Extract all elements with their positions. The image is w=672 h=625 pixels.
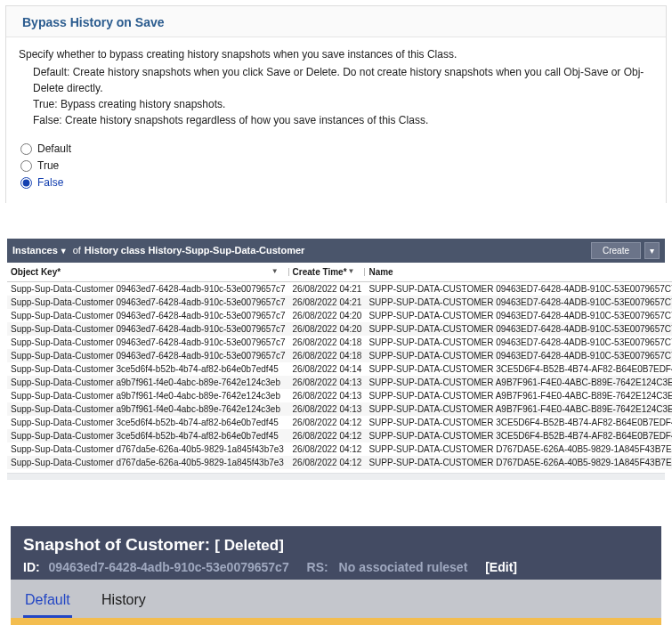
rs-label: RS: [307, 560, 328, 574]
chevron-down-icon: ▼ [58, 247, 68, 256]
instances-grid: Instances▼ of History class History-Supp… [7, 239, 665, 480]
of-text: of [73, 245, 81, 256]
tab-default[interactable]: Default [23, 587, 72, 618]
class-label: History class History-Supp-Sup-Data-Cust… [85, 245, 305, 256]
cell-objkey: Supp-Sup-Data-Customer d767da5e-626a-40b… [7, 456, 289, 469]
radio-default[interactable] [20, 143, 32, 155]
cell-ctime: 26/08/2022 04:18 [289, 349, 366, 362]
instances-table: Object Key*▼ Create Time*▼ Name Supp-Sup… [7, 263, 672, 469]
bypass-history-panel: Bypass History on Save Specify whether t… [5, 5, 667, 203]
snapshot-title: Snapshot of Customer: [23, 535, 210, 554]
cell-ctime: 26/08/2022 04:13 [289, 376, 366, 389]
cell-name: SUPP-SUP-DATA-CUSTOMER 09463ED7-6428-4AD… [365, 336, 672, 349]
snapshot-tabs: Default History [11, 580, 661, 618]
table-row[interactable]: Supp-Sup-Data-Customer d767da5e-626a-40b… [7, 456, 672, 469]
table-row[interactable]: Supp-Sup-Data-Customer 09463ed7-6428-4ad… [7, 309, 672, 322]
cell-ctime: 26/08/2022 04:21 [289, 281, 366, 296]
grid-scrollbar[interactable] [7, 473, 665, 480]
instances-grid-header: Instances▼ of History class History-Supp… [7, 239, 665, 263]
tab-history[interactable]: History [100, 587, 148, 615]
cell-objkey: Supp-Sup-Data-Customer 3ce5d6f4-b52b-4b7… [7, 416, 289, 429]
id-value: 09463ed7-6428-4adb-910c-53e0079657c7 [49, 560, 289, 574]
radio-false[interactable] [20, 177, 32, 189]
cell-ctime: 26/08/2022 04:13 [289, 389, 366, 402]
table-row[interactable]: Supp-Sup-Data-Customer 09463ed7-6428-4ad… [7, 322, 672, 336]
radio-group: Default True False [20, 141, 653, 192]
panel-title: Bypass History on Save [6, 6, 666, 37]
cell-name: SUPP-SUP-DATA-CUSTOMER 09463ED7-6428-4AD… [365, 296, 672, 309]
desc-false: False: Create history snapshots regardle… [33, 112, 653, 128]
cell-objkey: Supp-Sup-Data-Customer 09463ed7-6428-4ad… [7, 309, 289, 322]
rs-value: No associated ruleset [339, 560, 468, 574]
table-row[interactable]: Supp-Sup-Data-Customer d767da5e-626a-40b… [7, 442, 672, 456]
cell-ctime: 26/08/2022 04:20 [289, 309, 366, 322]
cell-objkey: Supp-Sup-Data-Customer 09463ed7-6428-4ad… [7, 322, 289, 336]
table-row[interactable]: Supp-Sup-Data-Customer a9b7f961-f4e0-4ab… [7, 376, 672, 389]
table-row[interactable]: Supp-Sup-Data-Customer 3ce5d6f4-b52b-4b7… [7, 416, 672, 429]
cell-ctime: 26/08/2022 04:12 [289, 416, 366, 429]
snapshot-deleted-tag: [ Deleted] [215, 537, 283, 554]
snapshot-body: This is the default RuleFormLayout secti… [11, 618, 661, 625]
cell-name: SUPP-SUP-DATA-CUSTOMER 09463ED7-6428-4AD… [365, 309, 672, 322]
cell-objkey: Supp-Sup-Data-Customer 09463ed7-6428-4ad… [7, 349, 289, 362]
cell-ctime: 26/08/2022 04:12 [289, 442, 366, 456]
id-label: ID: [23, 560, 40, 574]
table-row[interactable]: Supp-Sup-Data-Customer a9b7f961-f4e0-4ab… [7, 389, 672, 402]
cell-objkey: Supp-Sup-Data-Customer 09463ed7-6428-4ad… [7, 336, 289, 349]
cell-objkey: Supp-Sup-Data-Customer a9b7f961-f4e0-4ab… [7, 389, 289, 402]
snapshot-panel: Snapshot of Customer: [ Deleted] ID: 094… [11, 526, 661, 625]
cell-objkey: Supp-Sup-Data-Customer 3ce5d6f4-b52b-4b7… [7, 429, 289, 442]
cell-name: SUPP-SUP-DATA-CUSTOMER A9B7F961-F4E0-4AB… [365, 402, 672, 416]
table-row[interactable]: Supp-Sup-Data-Customer 09463ed7-6428-4ad… [7, 296, 672, 309]
create-dropdown[interactable]: ▾ [644, 242, 660, 259]
cell-objkey: Supp-Sup-Data-Customer a9b7f961-f4e0-4ab… [7, 402, 289, 416]
instances-dropdown[interactable]: Instances▼ [12, 245, 68, 256]
table-row[interactable]: Supp-Sup-Data-Customer a9b7f961-f4e0-4ab… [7, 402, 672, 416]
cell-name: SUPP-SUP-DATA-CUSTOMER A9B7F961-F4E0-4AB… [365, 389, 672, 402]
sort-arrow-icon: ▼ [271, 267, 279, 275]
cell-name: SUPP-SUP-DATA-CUSTOMER 09463ED7-6428-4AD… [365, 322, 672, 336]
cell-objkey: Supp-Sup-Data-Customer a9b7f961-f4e0-4ab… [7, 376, 289, 389]
cell-objkey: Supp-Sup-Data-Customer 09463ed7-6428-4ad… [7, 296, 289, 309]
cell-ctime: 26/08/2022 04:13 [289, 402, 366, 416]
edit-link[interactable]: [Edit] [485, 560, 517, 574]
snapshot-header: Snapshot of Customer: [ Deleted] ID: 094… [11, 526, 661, 580]
cell-name: SUPP-SUP-DATA-CUSTOMER 3CE5D6F4-B52B-4B7… [365, 429, 672, 442]
table-row[interactable]: Supp-Sup-Data-Customer 09463ed7-6428-4ad… [7, 281, 672, 296]
create-button[interactable]: Create [591, 242, 641, 259]
cell-ctime: 26/08/2022 04:20 [289, 322, 366, 336]
col-name[interactable]: Name [365, 263, 672, 282]
col-create-time[interactable]: Create Time*▼ [289, 263, 366, 282]
radio-default-label: Default [37, 141, 71, 158]
cell-objkey: Supp-Sup-Data-Customer 09463ed7-6428-4ad… [7, 281, 289, 296]
cell-name: SUPP-SUP-DATA-CUSTOMER 09463ED7-6428-4AD… [365, 349, 672, 362]
table-row[interactable]: Supp-Sup-Data-Customer 3ce5d6f4-b52b-4b7… [7, 362, 672, 376]
cell-objkey: Supp-Sup-Data-Customer d767da5e-626a-40b… [7, 442, 289, 456]
desc-main: Specify whether to bypass creating histo… [19, 46, 653, 62]
sort-arrow-icon: ▼ [348, 267, 355, 275]
cell-objkey: Supp-Sup-Data-Customer 3ce5d6f4-b52b-4b7… [7, 362, 289, 376]
cell-name: SUPP-SUP-DATA-CUSTOMER A9B7F961-F4E0-4AB… [365, 376, 672, 389]
table-row[interactable]: Supp-Sup-Data-Customer 3ce5d6f4-b52b-4b7… [7, 429, 672, 442]
desc-true: True: Bypass creating history snapshots. [33, 96, 653, 112]
cell-ctime: 26/08/2022 04:12 [289, 429, 366, 442]
table-row[interactable]: Supp-Sup-Data-Customer 09463ed7-6428-4ad… [7, 349, 672, 362]
cell-ctime: 26/08/2022 04:12 [289, 456, 366, 469]
cell-name: SUPP-SUP-DATA-CUSTOMER 09463ED7-6428-4AD… [365, 281, 672, 296]
radio-false-label: False [37, 175, 63, 191]
radio-true-label: True [37, 158, 59, 175]
cell-name: SUPP-SUP-DATA-CUSTOMER D767DA5E-626A-40B… [365, 442, 672, 456]
cell-ctime: 26/08/2022 04:14 [289, 362, 366, 376]
cell-ctime: 26/08/2022 04:18 [289, 336, 366, 349]
cell-name: SUPP-SUP-DATA-CUSTOMER D767DA5E-626A-40B… [365, 456, 672, 469]
col-object-key[interactable]: Object Key*▼ [7, 263, 289, 282]
radio-true[interactable] [20, 160, 32, 172]
cell-name: SUPP-SUP-DATA-CUSTOMER 3CE5D6F4-B52B-4B7… [365, 362, 672, 376]
table-row[interactable]: Supp-Sup-Data-Customer 09463ed7-6428-4ad… [7, 336, 672, 349]
desc-default: Default: Create history snapshots when y… [33, 64, 653, 96]
cell-ctime: 26/08/2022 04:21 [289, 296, 366, 309]
cell-name: SUPP-SUP-DATA-CUSTOMER 3CE5D6F4-B52B-4B7… [365, 416, 672, 429]
